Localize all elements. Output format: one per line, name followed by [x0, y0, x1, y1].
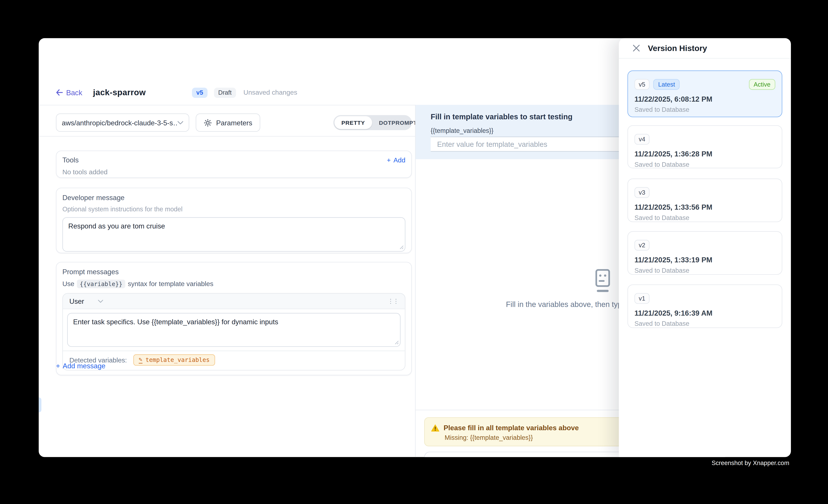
chevron-down-icon[interactable]	[98, 299, 104, 303]
version-status: Saved to Database	[634, 267, 775, 274]
version-item-v5[interactable]: v5 Latest Active 11/22/2025, 6:08:12 PM …	[627, 70, 782, 117]
parameters-label: Parameters	[216, 119, 252, 127]
version-status: Saved to Database	[634, 320, 775, 328]
version-badge: v5	[192, 87, 207, 97]
parameters-button[interactable]: Parameters	[196, 114, 260, 132]
version-tag: v1	[634, 293, 650, 304]
back-label: Back	[66, 88, 82, 96]
drag-handle-icon[interactable]: ⋮⋮	[388, 298, 399, 304]
add-message-button[interactable]: + Add message	[56, 362, 106, 370]
version-timestamp: 11/21/2025, 1:33:56 PM	[634, 203, 775, 211]
gear-icon	[204, 119, 212, 127]
message-header: User ⋮⋮	[63, 294, 405, 309]
left-edge-handle[interactable]	[39, 397, 41, 412]
version-timestamp: 11/21/2025, 9:16:39 AM	[634, 309, 775, 317]
developer-message-section: Developer message Optional system instru…	[56, 187, 412, 253]
syntax-hint: Use {{variable}} syntax for template var…	[62, 280, 405, 288]
bot-face-icon	[593, 268, 612, 293]
version-tag: v3	[634, 187, 650, 198]
version-timestamp: 11/21/2025, 1:36:28 PM	[634, 150, 775, 158]
resize-grip-icon[interactable]	[400, 245, 404, 250]
version-status: Saved to Database	[634, 106, 775, 114]
format-toggle: PRETTY DOTPROMPT	[333, 115, 412, 130]
tools-empty-text: No tools added	[62, 168, 405, 176]
template-variable-label: {{template_variables}}	[431, 127, 494, 134]
screenshot-stage: Back jack-sparrow v5 Draft Unsaved chang…	[0, 0, 828, 504]
message-content-input[interactable]: Enter task specifics. Use {{template_var…	[67, 313, 401, 347]
add-message-row: + Add message	[56, 361, 106, 370]
header: Back jack-sparrow v5 Draft Unsaved chang…	[39, 85, 619, 99]
plus-icon: +	[56, 362, 60, 370]
version-history-panel: Version History v5 Latest Active 11/22/2…	[619, 38, 791, 457]
unsaved-changes-label: Unsaved changes	[244, 89, 297, 96]
prompt-messages-label: Prompt messages	[62, 268, 405, 276]
detected-variables-row: Detected variables: ✎ template_variables	[63, 351, 405, 370]
plus-icon: +	[387, 156, 391, 164]
version-timestamp: 11/22/2025, 6:08:12 PM	[634, 95, 775, 103]
active-badge: Active	[749, 79, 775, 90]
version-tag: v4	[634, 134, 650, 144]
add-message-label: Add message	[63, 362, 106, 370]
draft-badge: Draft	[214, 87, 236, 97]
version-item-v1[interactable]: v1 11/21/2025, 9:16:39 AM Saved to Datab…	[627, 284, 782, 328]
model-select[interactable]: aws/anthropic/bedrock-claude-3-5-s…	[56, 114, 189, 132]
toggle-pretty[interactable]: PRETTY	[334, 116, 372, 129]
resize-grip-icon[interactable]	[395, 340, 399, 345]
version-history-title: Version History	[648, 43, 707, 53]
message-body: Enter task specifics. Use {{template_var…	[63, 309, 405, 370]
developer-message-hint: Optional system instructions for the mod…	[62, 205, 405, 213]
warning-title: Please fill in all template variables ab…	[444, 424, 579, 432]
version-item-v2[interactable]: v2 11/21/2025, 1:33:19 PM Saved to Datab…	[627, 231, 782, 275]
close-icon[interactable]	[633, 45, 640, 51]
syntax-prefix: Use	[62, 280, 74, 288]
add-tool-label: Add	[394, 156, 406, 164]
model-select-value: aws/anthropic/bedrock-claude-3-5-s…	[62, 119, 177, 127]
syntax-suffix: syntax for template variables	[128, 280, 213, 288]
developer-message-input[interactable]: Respond as you are tom cruise	[62, 217, 405, 252]
variable-syntax-chip: {{variable}}	[77, 280, 125, 288]
detected-variable-chip[interactable]: ✎ template_variables	[133, 354, 215, 366]
version-status: Saved to Database	[634, 214, 775, 221]
toolbar-divider	[39, 136, 415, 137]
chevron-down-icon	[177, 121, 183, 124]
tools-label: Tools	[62, 156, 79, 164]
version-tag: v2	[634, 240, 650, 251]
page-title: jack-sparrow	[93, 88, 146, 97]
arrow-left-icon	[56, 89, 63, 96]
version-status: Saved to Database	[634, 161, 775, 168]
prompt-messages-section: Prompt messages Use {{variable}} syntax …	[56, 262, 412, 375]
version-item-v4[interactable]: v4 11/21/2025, 1:36:28 PM Saved to Datab…	[627, 125, 782, 168]
warning-triangle-icon	[431, 424, 439, 431]
detected-variable-name: template_variables	[146, 356, 210, 364]
message-block: User ⋮⋮ Enter task specifics. Use {{temp…	[62, 293, 405, 371]
version-timestamp: 11/21/2025, 1:33:19 PM	[634, 256, 775, 264]
message-role-select-value[interactable]: User	[70, 297, 84, 305]
version-item-v3[interactable]: v3 11/21/2025, 1:33:56 PM Saved to Datab…	[627, 179, 782, 222]
empty-state-text: Fill in the variables above, then typ	[506, 300, 622, 309]
version-history-header: Version History	[619, 38, 791, 59]
tools-section: Tools + Add No tools added	[56, 151, 412, 178]
latest-badge: Latest	[653, 79, 680, 90]
pencil-icon: ✎	[139, 356, 142, 364]
back-button[interactable]: Back	[56, 88, 82, 96]
developer-message-label: Developer message	[62, 194, 405, 202]
watermark-text: Screenshot by Xnapper.com	[711, 460, 789, 466]
version-tag: v5	[634, 79, 650, 90]
add-tool-button[interactable]: + Add	[387, 156, 406, 164]
banner-title: Fill in template variables to start test…	[431, 112, 573, 121]
app-window: Back jack-sparrow v5 Draft Unsaved chang…	[39, 38, 791, 457]
